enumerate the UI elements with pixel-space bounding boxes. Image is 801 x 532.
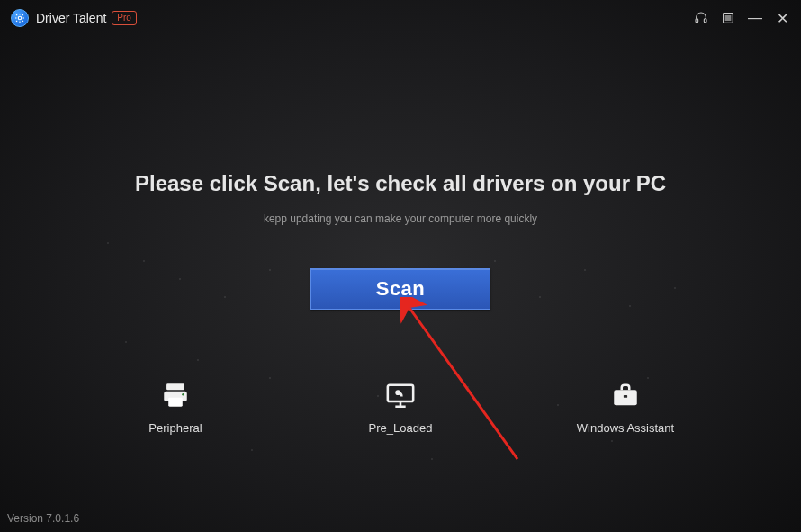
briefcase-icon	[610, 380, 641, 410]
scan-button[interactable]: Scan	[310, 268, 490, 310]
subline: kepp updating you can make your computer…	[264, 212, 537, 225]
version-label: Version 7.0.1.6	[7, 512, 79, 525]
main-content: Please click Scan, let's check all drive…	[0, 0, 801, 532]
svg-rect-15	[614, 390, 637, 405]
monitor-icon	[385, 380, 416, 410]
category-preloaded[interactable]: Pre_Loaded	[346, 380, 454, 435]
category-windows-assistant[interactable]: Windows Assistant	[572, 380, 680, 435]
svg-rect-7	[166, 383, 184, 390]
categories: Peripheral Pre_Loaded Windows Assistant	[122, 380, 680, 435]
svg-point-10	[182, 393, 184, 396]
category-label: Windows Assistant	[577, 421, 674, 435]
category-peripheral[interactable]: Peripheral	[122, 380, 230, 435]
svg-rect-9	[168, 398, 183, 407]
headline: Please click Scan, let's check all drive…	[135, 171, 666, 196]
category-label: Pre_Loaded	[369, 421, 433, 435]
svg-rect-16	[624, 395, 627, 398]
category-label: Peripheral	[148, 421, 202, 435]
printer-icon	[160, 380, 191, 410]
